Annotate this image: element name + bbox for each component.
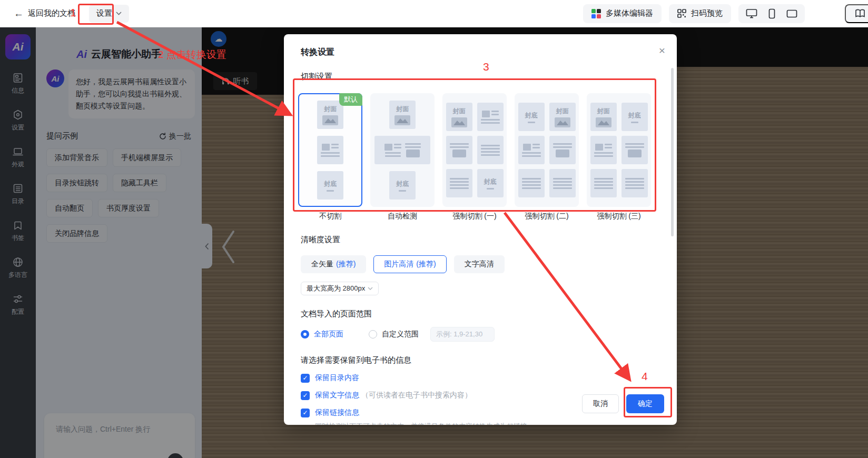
tablet-icon — [786, 9, 797, 18]
clarity-option-text-hd[interactable]: 文字高清 — [454, 255, 505, 273]
chevron-down-icon — [116, 12, 122, 15]
keep-links-label: 保留链接信息 — [315, 408, 359, 417]
thumb-mixed-page — [622, 136, 648, 164]
clarity-option-image-hd[interactable]: 图片高清 (推荐) — [373, 255, 446, 273]
checkbox-keep-toc[interactable]: ✓ — [301, 374, 310, 383]
scan-preview-button[interactable]: 扫码预览 — [669, 4, 731, 23]
custom-range-placeholder: 示例: 1,9-21,30 — [436, 330, 482, 339]
thumb-cover: 封面 — [549, 103, 576, 131]
thumb-spread — [374, 136, 430, 164]
thumb-text-page — [317, 136, 343, 164]
image-icon — [394, 115, 410, 125]
check-icon: ✓ — [302, 409, 308, 416]
thumb-back-cover: 封底 — [477, 169, 504, 197]
recommended-tag: (推荐) — [336, 260, 356, 269]
keep-toc-row: ✓ 保留目录内容 — [301, 373, 660, 383]
cut-option-no-cut[interactable]: 默认 封面 封底 不切割 — [298, 93, 362, 221]
cut-option-label: 强制切割 (三) — [597, 212, 640, 221]
thumb-lines-page — [622, 169, 648, 197]
thumb-lines-page — [477, 136, 504, 164]
radio-all-pages-label: 全部页面 — [314, 330, 343, 339]
header-right-tools: 多媒体编辑器 扫码预览 — [583, 4, 868, 23]
cut-settings-label: 切割设置 — [301, 72, 660, 82]
top-header: ← 返回我的文档 设置 多媒体编辑器 扫码预览 — [0, 0, 868, 27]
multimedia-editor-button[interactable]: 多媒体编辑器 — [583, 4, 662, 23]
back-label: 返回我的文档 — [28, 8, 75, 18]
thumb-text-page — [590, 136, 617, 164]
clarity-settings-label: 清晰度设置 — [301, 235, 660, 245]
conversion-settings-modal: 转换设置 × 切割设置 默认 封面 封底 — [284, 34, 677, 425]
thumb-mixed-page — [446, 136, 472, 164]
back-to-documents-button[interactable]: ← 返回我的文档 — [14, 8, 75, 18]
cut-option-label: 强制切割 (二) — [525, 212, 568, 221]
back-arrow-icon: ← — [14, 8, 24, 18]
cancel-button[interactable]: 取消 — [582, 394, 619, 413]
cut-option-auto-detect[interactable]: 封面 封底 自动检测 — [370, 93, 435, 221]
cut-option-force-3[interactable]: 封面 封底 强制切割 (三) — [587, 93, 651, 221]
radio-custom-range[interactable] — [369, 330, 377, 338]
device-preview-group — [738, 4, 805, 23]
keep-info-label: 请选择需要保留到电子书的信息 — [301, 355, 660, 365]
multimedia-grid-icon — [591, 9, 601, 18]
open-book-icon — [855, 9, 865, 18]
radio-all-pages[interactable] — [301, 330, 309, 338]
cut-options: 默认 封面 封底 不切割 — [298, 93, 660, 221]
confirm-button[interactable]: 确定 — [626, 394, 664, 413]
cut-option-force-1[interactable]: 封面 封底 强制切割 (一) — [442, 93, 507, 221]
thumb-cover: 封面 — [590, 103, 617, 131]
chevron-down-icon — [368, 287, 373, 290]
book-view-button[interactable] — [845, 4, 868, 23]
keep-toc-label: 保留目录内容 — [315, 373, 359, 383]
cut-option-label: 不切割 — [319, 212, 341, 221]
image-icon — [322, 115, 338, 125]
thumb-cover: 封面 — [317, 101, 343, 129]
thumb-cover: 封面 — [446, 103, 472, 131]
monitor-icon — [746, 8, 757, 18]
page-range-label: 文档导入的页面范围 — [301, 309, 660, 319]
check-icon: ✓ — [302, 374, 308, 382]
radio-custom-range-label: 自定义范围 — [382, 330, 419, 339]
default-badge: 默认 — [339, 93, 362, 106]
settings-dropdown-button[interactable]: 设置 — [89, 5, 129, 23]
max-size-value: 最大宽高为 2800px — [307, 284, 365, 293]
thumb-back-cover: 封底 — [622, 103, 648, 131]
thumb-mixed-page — [549, 136, 576, 164]
thumb-lines-page — [446, 169, 472, 197]
max-size-dropdown[interactable]: 最大宽高为 2800px — [301, 282, 379, 295]
checkbox-keep-links[interactable]: ✓ — [301, 409, 310, 417]
modal-scrollbar[interactable] — [671, 68, 674, 236]
recommended-tag: (推荐) — [416, 260, 436, 269]
image-icon — [596, 117, 611, 127]
tablet-preview-button[interactable] — [782, 4, 802, 23]
phone-preview-button[interactable] — [762, 4, 782, 23]
thumb-text-page — [518, 136, 545, 164]
image-icon — [555, 117, 570, 127]
image-icon — [451, 117, 467, 127]
settings-label: 设置 — [96, 8, 112, 18]
cut-option-force-2[interactable]: 封底 封面 强制切割 (二) — [515, 93, 579, 221]
page-range-options: 全部页面 自定义范围 示例: 1,9-21,30 — [301, 327, 660, 342]
thumb-lines-page — [590, 169, 617, 197]
keep-text-label: 保留文字信息 — [315, 391, 359, 400]
thumb-back-cover: 封底 — [317, 171, 343, 200]
checkbox-keep-text[interactable]: ✓ — [301, 391, 310, 400]
thumb-lines-page — [549, 169, 576, 197]
scan-preview-label: 扫码预览 — [691, 8, 723, 18]
thumb-text-page — [477, 103, 504, 131]
multimedia-editor-label: 多媒体编辑器 — [606, 8, 653, 18]
desktop-preview-button[interactable] — [742, 4, 762, 23]
keep-links-fine-print: 同时检测以下不可点击的文本，并将满足条件的内容转换生成为超链接 — [315, 422, 660, 425]
close-icon[interactable]: × — [659, 45, 665, 56]
check-icon: ✓ — [302, 392, 308, 399]
qr-code-icon — [677, 9, 686, 18]
clarity-option-vector[interactable]: 全矢量 (推荐) — [301, 255, 366, 273]
phone-icon — [768, 8, 775, 19]
custom-range-input[interactable]: 示例: 1,9-21,30 — [430, 327, 495, 342]
modal-title: 转换设置 — [301, 47, 660, 58]
thumb-cover: 封面 — [389, 101, 416, 129]
clarity-options: 全矢量 (推荐) 图片高清 (推荐) 文字高清 — [301, 255, 660, 273]
thumb-lines-page — [518, 169, 545, 197]
cut-option-label: 自动检测 — [388, 212, 417, 221]
cut-option-label: 强制切割 (一) — [452, 212, 496, 221]
keep-text-note: （可供读者在电子书中搜索内容） — [361, 391, 472, 400]
